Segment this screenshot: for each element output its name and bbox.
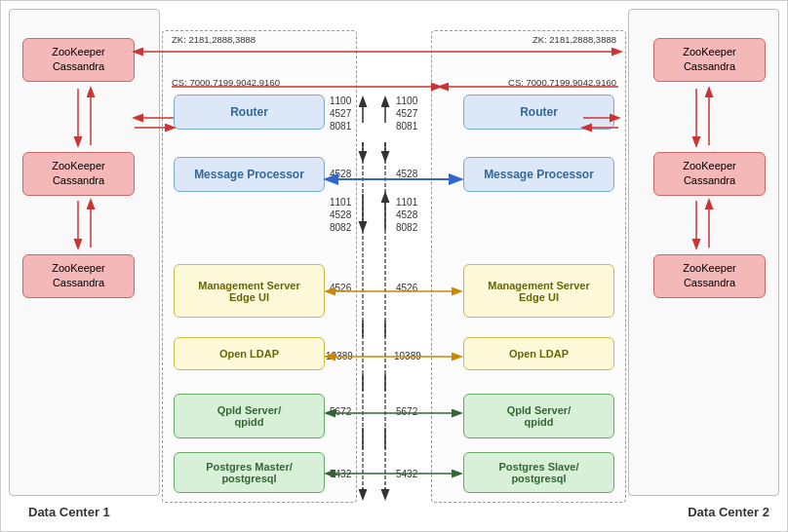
diagram-container: ZooKeeperCassandra ZooKeeperCassandra Zo… [0,0,788,532]
cs-port-label-left: CS: 7000,7199,9042,9160 [172,77,280,89]
qpid-port-left: 5672 [330,405,351,418]
zk-port-label-left: ZK: 2181,2888,3888 [172,34,256,46]
ms-right: Management ServerEdge UI [463,264,614,318]
cs-port-label-right: CS: 7000,7199,9042,9160 [508,77,616,89]
pg-port-right: 5432 [396,468,417,480]
qpid-port-right: 5672 [396,405,417,418]
router-port-left: 110045278081 [330,95,351,133]
dc2-label: Data Center 2 [688,505,769,519]
ldap-port-left: 10389 [326,350,353,362]
ldap-left: Open LDAP [174,337,325,370]
zk-cassandra-dc2-1: ZooKeeperCassandra [653,38,766,82]
router-left: Router [174,95,325,130]
mp-port-right-top: 4528 [396,168,417,180]
mp-port-left-bottom: 110145288082 [330,196,351,234]
mp-right: Message Processor [463,157,614,192]
pg-right: Postgres Slave/postgresql [463,452,614,493]
ms-port-left: 4526 [330,282,351,294]
pg-port-left: 5432 [330,468,351,480]
zk-cassandra-dc1-2: ZooKeeperCassandra [22,152,135,196]
ms-port-right: 4526 [396,282,417,294]
dc1-background [9,9,160,496]
ldap-right: Open LDAP [463,337,614,370]
router-right: Router [463,95,614,130]
mp-port-right-bottom: 110145288082 [396,196,417,234]
dc1-label: Data Center 1 [28,505,110,519]
pg-left: Postgres Master/postgresql [174,452,325,493]
zk-cassandra-dc2-3: ZooKeeperCassandra [653,254,766,298]
zk-cassandra-dc1-1: ZooKeeperCassandra [22,38,135,82]
ldap-port-right: 10389 [394,350,421,362]
qpid-left: Qpld Server/qpidd [174,394,325,438]
zk-cassandra-dc1-3: ZooKeeperCassandra [22,254,135,298]
ms-left: Management ServerEdge UI [174,264,325,318]
qpid-right: Qpld Server/qpidd [463,394,614,438]
zk-cassandra-dc2-2: ZooKeeperCassandra [653,152,766,196]
router-port-right: 110045278081 [396,95,417,133]
zk-port-label-right: ZK: 2181,2888,3888 [532,34,616,46]
mp-port-left-top: 4528 [330,168,351,180]
mp-left: Message Processor [174,157,325,192]
dc2-background [628,9,779,496]
